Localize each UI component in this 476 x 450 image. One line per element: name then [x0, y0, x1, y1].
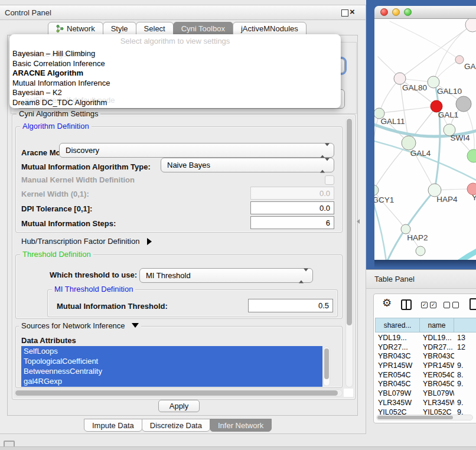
table-row[interactable]: YPR145WYPR145W9. — [375, 361, 476, 371]
tab-label: Infer Network — [218, 421, 263, 430]
close-icon[interactable]: × — [350, 6, 355, 17]
table-row[interactable]: YLR345WYLR345W9. — [375, 399, 476, 408]
tab-cyni-toolbox[interactable]: Cyni Toolbox — [173, 22, 233, 35]
table-cell[interactable]: YDR27... — [375, 343, 420, 353]
table-cell[interactable] — [454, 352, 476, 361]
gear-icon[interactable]: ⚙ — [382, 297, 392, 309]
kernel-width-label: Kernel Width (0,1): — [21, 190, 89, 198]
dropdown-option[interactable]: ARACNE Algorithm — [12, 69, 338, 79]
tab-discretize-data[interactable]: Discretize Data — [142, 419, 210, 432]
dpi-tolerance-input[interactable] — [250, 201, 334, 214]
table-cell[interactable]: YBR043C — [375, 352, 420, 361]
tab-style[interactable]: Style — [103, 22, 136, 35]
table-row[interactable]: YER054CYER054C8. — [375, 371, 476, 380]
table-cell[interactable]: 9. — [454, 361, 476, 371]
dropdown-option[interactable]: Bayesian – K2 — [12, 88, 338, 98]
select-all-checkboxes-icon[interactable]: ✓✓ — [421, 302, 436, 308]
settings-vertical-scrollbar[interactable] — [345, 117, 353, 387]
aracne-mode-combobox[interactable]: Discovery — [59, 143, 334, 158]
table-row[interactable]: YDL19...YDL19...13 — [375, 334, 476, 343]
mi-type-combobox[interactable]: Naive Bayes — [161, 158, 334, 172]
dropdown-option[interactable]: Mutual Information Inference — [12, 79, 338, 89]
tab-network[interactable]: Network — [48, 22, 103, 35]
network-window-titlebar[interactable] — [374, 6, 476, 19]
table-cell[interactable]: YDR27... — [420, 343, 454, 353]
attribute-list-scrollbar[interactable] — [323, 347, 330, 386]
table-cell[interactable]: YLR345W — [420, 399, 454, 408]
export-table-icon[interactable] — [470, 298, 476, 310]
dropdown-option[interactable]: Bayesian – Hill Climbing — [12, 49, 338, 59]
network-canvas[interactable]: GALGAL80GAL10GAL1GAL11GAL4SWI4GCY1HAP4YH… — [374, 19, 476, 260]
table-cell[interactable]: YLR345W — [375, 399, 420, 408]
table-cell[interactable]: YER054C — [375, 371, 420, 380]
table-row[interactable]: YBR043CYBR043C — [375, 352, 476, 361]
mi-threshold-input[interactable] — [248, 299, 333, 312]
table-cell[interactable]: YBR045C — [375, 380, 420, 389]
deselect-all-checkboxes-icon[interactable] — [444, 302, 459, 308]
tab-infer-network[interactable]: Infer Network — [210, 419, 272, 432]
zoom-traffic-light-icon[interactable] — [404, 8, 412, 16]
network-node-gcy1[interactable] — [374, 185, 379, 195]
network-node[interactable] — [465, 19, 476, 32]
apply-button[interactable]: Apply — [158, 400, 200, 412]
attribute-list-item[interactable]: SelfLoops — [21, 346, 322, 356]
table-cell[interactable]: 9. — [454, 380, 476, 389]
scrollbar-thumb[interactable] — [15, 390, 338, 396]
dropdown-option[interactable]: Dream8 DC_TDC Algorithm — [12, 98, 338, 108]
table-cell[interactable]: 9. — [454, 399, 476, 408]
network-node-gal10[interactable] — [428, 76, 439, 88]
mi-steps-input[interactable] — [250, 216, 334, 229]
combo-arrows-icon — [299, 269, 308, 282]
table-row[interactable]: YBL079WYBL079W — [375, 389, 476, 399]
table-cell[interactable] — [454, 389, 476, 399]
scrollbar-thumb[interactable] — [347, 119, 352, 325]
network-node[interactable] — [416, 246, 425, 256]
network-node-hap2[interactable] — [401, 224, 410, 234]
table-cell[interactable]: YDL19... — [420, 334, 454, 343]
splitter-collapse-icon[interactable] — [357, 219, 360, 224]
table-panel-titlebar[interactable]: Table Panel — [366, 269, 476, 289]
which-threshold-combobox[interactable]: MI Threshold — [139, 268, 313, 283]
settings-horizontal-scrollbar[interactable] — [14, 389, 343, 397]
kernel-width-input[interactable] — [250, 187, 334, 200]
sources-group-title[interactable]: Sources for Network Inference — [19, 322, 141, 330]
table-cell[interactable]: YPR145W — [420, 361, 454, 371]
close-traffic-light-icon[interactable] — [380, 8, 388, 16]
table-cell[interactable]: YBR045C — [420, 380, 454, 389]
network-node[interactable] — [467, 149, 476, 162]
table-cell[interactable]: YER054C — [420, 371, 454, 380]
table-row[interactable]: YBR045CYBR045C9. — [375, 380, 476, 389]
dropdown-option[interactable]: Basic Correlation Inference — [12, 59, 338, 69]
network-node-gal[interactable] — [455, 56, 464, 64]
table-cell[interactable]: YBR043C — [420, 352, 454, 361]
scrollbar-thumb[interactable] — [377, 416, 453, 419]
attribute-list-item[interactable]: TopologicalCoefficient — [21, 356, 322, 366]
hub-definition-expander[interactable]: Hub/Transcription Factor Definition — [21, 237, 152, 246]
table-cell[interactable]: 13 — [454, 334, 476, 343]
tab-impute-data[interactable]: Impute Data — [84, 419, 142, 432]
tab-select[interactable]: Select — [136, 22, 174, 35]
table-cell[interactable]: YBL079W — [420, 389, 454, 399]
control-panel-titlebar[interactable]: Control Panel × — [0, 5, 366, 20]
table-cell[interactable]: 8. — [454, 371, 476, 380]
table-cell[interactable]: YPR145W — [375, 361, 420, 371]
table-column-header[interactable]: shared... — [375, 318, 420, 332]
table-cell[interactable]: 12 — [454, 343, 476, 353]
table-column-header[interactable]: A — [454, 318, 476, 332]
table-horizontal-scrollbar[interactable] — [376, 415, 473, 420]
table-cell[interactable]: YDL19... — [375, 334, 420, 343]
network-node-gal80[interactable] — [394, 73, 406, 84]
float-window-icon[interactable] — [341, 9, 348, 17]
table-row[interactable]: YDR27...YDR27...12 — [375, 343, 476, 353]
attribute-list-item[interactable]: BetweennessCentrality — [21, 366, 322, 376]
network-node[interactable] — [456, 96, 471, 112]
network-node-gal4[interactable] — [402, 136, 416, 150]
table-cell[interactable]: YBL079W — [375, 389, 420, 399]
attribute-list-item[interactable]: gal4RGexp — [21, 376, 322, 386]
tab-jactivemnodules[interactable]: jActiveMNodules — [233, 22, 307, 35]
scrollbar-thumb[interactable] — [324, 348, 329, 379]
table-column-header[interactable]: name — [420, 318, 454, 332]
minimize-traffic-light-icon[interactable] — [392, 8, 400, 16]
columns-icon[interactable] — [401, 299, 412, 310]
manual-kernel-checkbox[interactable] — [325, 175, 334, 185]
